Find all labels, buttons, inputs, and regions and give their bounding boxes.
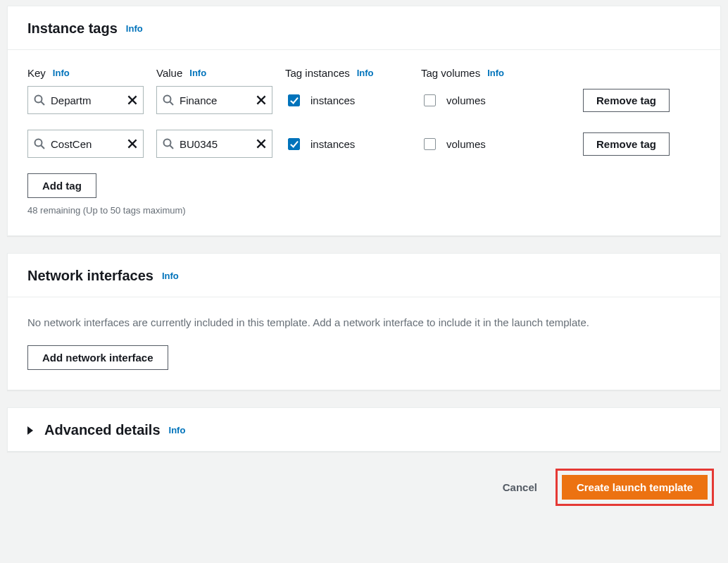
tag-value-input[interactable] xyxy=(177,138,255,150)
tag-key-input[interactable] xyxy=(48,94,126,106)
instance-tags-title: Instance tags xyxy=(27,20,118,37)
instance-tags-body: Key Info Value Info Tag instances Info T… xyxy=(8,50,720,235)
tag-volumes-checkbox-label: volumes xyxy=(446,138,486,150)
tag-volumes-checkbox[interactable] xyxy=(424,94,436,106)
tag-key-input-wrap xyxy=(27,86,144,114)
tag-row: instances volumes Remove tag xyxy=(27,86,701,114)
col-value-info-link[interactable]: Info xyxy=(189,68,206,78)
tag-key-input-wrap xyxy=(27,130,144,158)
caret-right-icon xyxy=(27,426,33,435)
tag-volumes-checkbox-label: volumes xyxy=(446,94,486,106)
create-launch-template-button[interactable]: Create launch template xyxy=(562,475,708,500)
network-interfaces-header: Network interfaces Info xyxy=(8,254,720,297)
tag-instances-checkbox-label: instances xyxy=(310,94,355,106)
network-interfaces-panel: Network interfaces Info No network inter… xyxy=(7,253,721,390)
tag-value-input-wrap xyxy=(156,86,272,114)
tag-column-headers: Key Info Value Info Tag instances Info T… xyxy=(27,67,701,79)
tag-volumes-checkbox[interactable] xyxy=(424,138,436,150)
svg-line-1 xyxy=(42,102,45,106)
svg-line-13 xyxy=(170,146,174,149)
network-interfaces-body: No network interfaces are currently incl… xyxy=(8,297,720,390)
tag-key-input[interactable] xyxy=(48,138,126,150)
add-tag-button[interactable]: Add tag xyxy=(27,173,96,198)
svg-point-12 xyxy=(164,140,171,147)
add-network-interface-button[interactable]: Add network interface xyxy=(27,345,168,370)
clear-value-button[interactable] xyxy=(255,94,268,106)
tag-instances-checkbox-wrap: instances xyxy=(285,136,408,152)
search-icon xyxy=(163,94,174,106)
remove-tag-button[interactable]: Remove tag xyxy=(583,132,670,156)
advanced-details-header[interactable]: Advanced details Info xyxy=(8,408,720,451)
network-interfaces-text: No network interfaces are currently incl… xyxy=(27,314,701,331)
svg-line-9 xyxy=(42,146,45,149)
network-interfaces-info-link[interactable]: Info xyxy=(162,271,179,281)
col-tag-instances: Tag instances Info xyxy=(285,67,408,79)
tag-volumes-checkbox-wrap: volumes xyxy=(421,92,544,109)
svg-point-4 xyxy=(164,96,171,103)
cancel-button[interactable]: Cancel xyxy=(503,481,537,493)
tag-row: instances volumes Remove tag xyxy=(27,130,701,158)
col-value-label: Value xyxy=(156,67,182,79)
network-interfaces-title: Network interfaces xyxy=(27,268,153,284)
svg-line-5 xyxy=(170,102,174,106)
clear-key-button[interactable] xyxy=(126,137,139,150)
col-key-info-link[interactable]: Info xyxy=(53,68,70,78)
instance-tags-panel: Instance tags Info Key Info Value Info T… xyxy=(7,6,721,236)
advanced-details-info-link[interactable]: Info xyxy=(169,425,186,435)
create-button-highlight: Create launch template xyxy=(556,469,714,506)
col-tag-volumes-label: Tag volumes xyxy=(421,67,480,79)
col-key: Key Info xyxy=(27,67,144,79)
tag-instances-checkbox[interactable] xyxy=(288,138,300,150)
col-tag-instances-label: Tag instances xyxy=(285,67,350,79)
svg-point-0 xyxy=(35,96,42,103)
tag-instances-checkbox-wrap: instances xyxy=(285,92,408,109)
clear-value-button[interactable] xyxy=(255,137,268,150)
advanced-details-title: Advanced details xyxy=(44,422,161,438)
clear-key-button[interactable] xyxy=(126,94,139,106)
tag-instances-checkbox-label: instances xyxy=(310,138,355,150)
tag-helper-text: 48 remaining (Up to 50 tags maximum) xyxy=(27,205,701,216)
tag-instances-checkbox[interactable] xyxy=(288,94,300,106)
col-tag-volumes-info-link[interactable]: Info xyxy=(487,68,504,78)
svg-point-8 xyxy=(35,140,42,147)
search-icon xyxy=(34,94,45,106)
col-key-label: Key xyxy=(27,67,46,79)
advanced-details-panel: Advanced details Info xyxy=(7,407,721,452)
col-tag-volumes: Tag volumes Info xyxy=(421,67,544,79)
col-value: Value Info xyxy=(156,67,272,79)
tag-value-input[interactable] xyxy=(177,94,255,106)
remove-tag-button[interactable]: Remove tag xyxy=(583,89,670,112)
tag-value-input-wrap xyxy=(156,130,272,158)
instance-tags-info-link[interactable]: Info xyxy=(126,23,143,34)
footer: Cancel Create launch template xyxy=(7,452,721,506)
search-icon xyxy=(34,138,45,149)
tag-volumes-checkbox-wrap: volumes xyxy=(421,136,544,152)
instance-tags-header: Instance tags Info xyxy=(8,6,720,50)
col-tag-instances-info-link[interactable]: Info xyxy=(357,68,374,78)
search-icon xyxy=(163,138,174,149)
